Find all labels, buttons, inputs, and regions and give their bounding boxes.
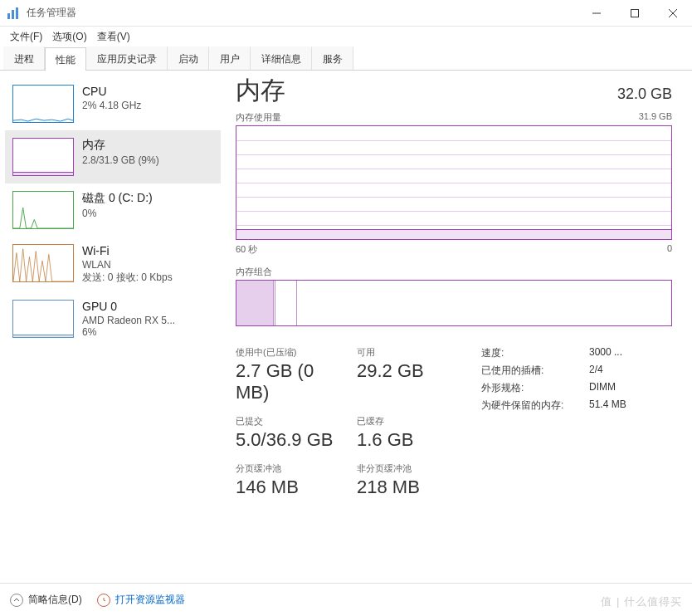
stat-available: 可用 29.2 GB: [357, 346, 458, 403]
comp-standby: [275, 281, 297, 325]
memory-total: 32.0 GB: [617, 86, 672, 103]
sidebar-item-sub2: 发送: 0 接收: 0 Kbps: [82, 271, 213, 285]
sidebar-item-label: CPU: [82, 85, 213, 98]
composition-chart: [236, 280, 672, 326]
main-header: 内存 32.0 GB: [236, 74, 672, 108]
menubar: 文件(F) 选项(O) 查看(V): [0, 27, 692, 46]
resmon-icon: [97, 594, 110, 607]
svg-line-8: [104, 600, 105, 601]
stat-in-use: 使用中(已压缩) 2.7 GB (0 MB): [236, 346, 337, 403]
footer: 简略信息(D) 打开资源监视器: [0, 583, 692, 616]
window-controls: [577, 0, 692, 27]
menu-file[interactable]: 文件(F): [10, 30, 42, 44]
tab-startup[interactable]: 启动: [168, 46, 209, 70]
tab-app-history[interactable]: 应用历史记录: [86, 46, 168, 70]
usage-label: 内存使用量: [236, 111, 281, 124]
watermark: 值 | 什么值得买: [601, 594, 682, 609]
tabs: 进程 性能 应用历史记录 启动 用户 详细信息 服务: [0, 46, 692, 71]
detail-reserved: 为硬件保留的内存:51.4 MB: [481, 398, 672, 413]
stats-left: 使用中(已压缩) 2.7 GB (0 MB) 可用 29.2 GB 已提交 5.…: [236, 346, 458, 498]
stat-nonpaged: 非分页缓冲池 218 MB: [357, 462, 458, 498]
sidebar-item-label: GPU 0: [82, 300, 213, 313]
menu-options[interactable]: 选项(O): [52, 30, 86, 44]
tab-services[interactable]: 服务: [312, 46, 353, 70]
chart-axis: 60 秒 0: [236, 243, 672, 256]
sidebar-item-memory[interactable]: 内存 2.8/31.9 GB (9%): [5, 130, 221, 183]
menu-view[interactable]: 查看(V): [97, 30, 130, 44]
page-title: 内存: [236, 74, 285, 108]
sidebar-item-disk[interactable]: 磁盘 0 (C: D:) 0%: [5, 183, 221, 237]
close-button[interactable]: [654, 0, 692, 27]
wifi-thumb: [12, 244, 74, 282]
open-resmon-link[interactable]: 打开资源监视器: [97, 593, 185, 607]
stats-right: 速度:3000 ... 已使用的插槽:2/4 外形规格:DIMM 为硬件保留的内…: [481, 346, 672, 498]
usage-max: 31.9 GB: [639, 111, 672, 124]
sidebar-item-sub: 2% 4.18 GHz: [82, 100, 213, 111]
content: CPU 2% 4.18 GHz 内存 2.8/31.9 GB (9%) 磁盘 0…: [0, 71, 692, 587]
comp-free: [297, 281, 671, 325]
stats: 使用中(已压缩) 2.7 GB (0 MB) 可用 29.2 GB 已提交 5.…: [236, 346, 672, 498]
svg-rect-0: [7, 13, 10, 19]
window-title: 任务管理器: [27, 6, 577, 20]
sidebar-item-sub: 2.8/31.9 GB (9%): [82, 154, 213, 166]
fewer-details-button[interactable]: 简略信息(D): [10, 593, 82, 607]
tab-processes[interactable]: 进程: [3, 46, 45, 70]
sidebar-item-gpu[interactable]: GPU 0 AMD Radeon RX 5... 6%: [5, 292, 221, 345]
detail-form: 外形规格:DIMM: [481, 381, 672, 395]
sidebar-item-sub: AMD Radeon RX 5...: [82, 315, 213, 326]
titlebar: 任务管理器: [0, 0, 692, 27]
main-panel: 内存 32.0 GB 内存使用量 31.9 GB 60 秒 0 内存组合: [226, 71, 692, 587]
disk-thumb: [12, 191, 74, 229]
minimize-button[interactable]: [577, 0, 616, 27]
memory-thumb: [12, 138, 74, 176]
detail-speed: 速度:3000 ...: [481, 346, 672, 360]
usage-chart-labels: 内存使用量 31.9 GB: [236, 111, 672, 124]
sidebar-item-label: 磁盘 0 (C: D:): [82, 191, 213, 206]
sidebar: CPU 2% 4.18 GHz 内存 2.8/31.9 GB (9%) 磁盘 0…: [0, 71, 226, 587]
axis-left: 60 秒: [236, 243, 257, 256]
sidebar-item-cpu[interactable]: CPU 2% 4.18 GHz: [5, 77, 221, 130]
stat-cached: 已缓存 1.6 GB: [357, 415, 458, 451]
stat-paged: 分页缓冲池 146 MB: [236, 462, 337, 498]
cpu-thumb: [12, 85, 74, 123]
sidebar-item-sub: WLAN: [82, 259, 213, 271]
svg-rect-1: [12, 10, 14, 19]
maximize-button[interactable]: [616, 0, 654, 27]
usage-chart: [236, 125, 672, 240]
sidebar-item-label: 内存: [82, 138, 213, 153]
svg-rect-4: [631, 9, 639, 17]
svg-rect-2: [16, 7, 18, 19]
stat-committed: 已提交 5.0/36.9 GB: [236, 415, 337, 451]
chevron-up-icon: [10, 594, 23, 607]
tab-users[interactable]: 用户: [209, 46, 251, 70]
tab-performance[interactable]: 性能: [45, 47, 86, 71]
sidebar-item-wifi[interactable]: Wi-Fi WLAN 发送: 0 接收: 0 Kbps: [5, 237, 221, 292]
composition-label-row: 内存组合: [236, 266, 672, 278]
sidebar-item-sub2: 6%: [82, 326, 213, 338]
axis-right: 0: [667, 243, 672, 256]
tab-details[interactable]: 详细信息: [251, 46, 312, 70]
detail-slots: 已使用的插槽:2/4: [481, 364, 672, 378]
composition-label: 内存组合: [236, 266, 272, 278]
gpu-thumb: [12, 300, 74, 338]
sidebar-item-sub: 0%: [82, 208, 213, 219]
sidebar-item-label: Wi-Fi: [82, 244, 213, 257]
comp-in-use: [236, 281, 274, 325]
app-icon: [7, 7, 20, 20]
